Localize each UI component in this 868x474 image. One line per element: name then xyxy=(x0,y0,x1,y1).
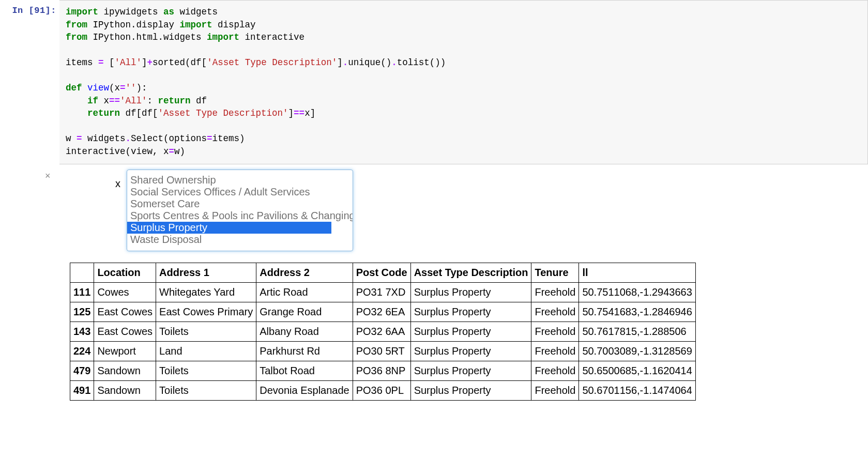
select-option[interactable]: Social Services Offices / Adult Services xyxy=(127,186,353,198)
table-cell: Surplus Property xyxy=(410,381,531,401)
table-cell: Surplus Property xyxy=(410,322,531,342)
select-option[interactable]: Surplus Property xyxy=(127,222,331,234)
table-cell: Artic Road xyxy=(256,283,353,302)
select-widget: x SchoolsShared OwnershipSocial Services… xyxy=(65,170,863,251)
table-cell: Surplus Property xyxy=(410,361,531,381)
row-index: 479 xyxy=(70,361,94,381)
column-header: ll xyxy=(579,263,695,283)
table-cell: Toilets xyxy=(156,322,256,342)
row-index: 491 xyxy=(70,381,94,401)
row-index: 125 xyxy=(70,302,94,322)
table-row: 224NewportLandParkhurst RdPO30 5RTSurplu… xyxy=(70,342,696,361)
table-row: 143East CowesToiletsAlbany RoadPO32 6AAS… xyxy=(70,322,696,342)
table-cell: Cowes xyxy=(94,283,156,302)
table-cell: 50.6500685,-1.1620414 xyxy=(579,361,695,381)
table-cell: East Cowes Primary xyxy=(156,302,256,322)
table-cell: PO36 8NP xyxy=(353,361,410,381)
table-cell: Freehold xyxy=(531,302,579,322)
table-cell: Sandown xyxy=(94,361,156,381)
table-cell: Newport xyxy=(94,342,156,361)
table-cell: Parkhurst Rd xyxy=(256,342,353,361)
table-cell: 50.7541683,-1.2846946 xyxy=(579,302,695,322)
table-cell: Surplus Property xyxy=(410,342,531,361)
table-cell: Freehold xyxy=(531,342,579,361)
table-cell: 50.6701156,-1.1474064 xyxy=(579,381,695,401)
in-prompt-text: In [91]: xyxy=(12,6,56,16)
close-icon[interactable]: × xyxy=(45,171,51,181)
select-option[interactable]: Waste Disposal xyxy=(127,234,353,246)
table-cell: Land xyxy=(156,342,256,361)
row-index: 143 xyxy=(70,322,94,342)
code-editor[interactable]: import ipywidgets as widgets from IPytho… xyxy=(59,0,868,164)
table-cell: Talbot Road xyxy=(256,361,353,381)
select-option[interactable]: Shared Ownership xyxy=(127,174,353,186)
select-option[interactable]: Somerset Care xyxy=(127,198,353,210)
table-cell: 50.7617815,-1.288506 xyxy=(579,322,695,342)
table-cell: East Cowes xyxy=(94,302,156,322)
table-row: 111CowesWhitegates YardArtic RoadPO31 7X… xyxy=(70,283,696,302)
table-cell: East Cowes xyxy=(94,322,156,342)
table-row: 125East CowesEast Cowes PrimaryGrange Ro… xyxy=(70,302,696,322)
table-cell: Toilets xyxy=(156,381,256,401)
table-cell: PO30 5RT xyxy=(353,342,410,361)
table-cell: Surplus Property xyxy=(410,283,531,302)
table-cell: Freehold xyxy=(531,361,579,381)
table-cell: Sandown xyxy=(94,381,156,401)
dataframe-table: LocationAddress 1Address 2Post CodeAsset… xyxy=(70,263,696,401)
row-index: 111 xyxy=(70,283,94,302)
table-cell: Whitegates Yard xyxy=(156,283,256,302)
column-header: Post Code xyxy=(353,263,410,283)
table-cell: 50.7511068,-1.2943663 xyxy=(579,283,695,302)
table-cell: Albany Road xyxy=(256,322,353,342)
table-cell: PO36 0PL xyxy=(353,381,410,401)
row-index: 224 xyxy=(70,342,94,361)
table-cell: Freehold xyxy=(531,381,579,401)
column-header: Address 1 xyxy=(156,263,256,283)
table-cell: PO32 6EA xyxy=(353,302,410,322)
output-area: × x SchoolsShared OwnershipSocial Servic… xyxy=(59,164,868,406)
table-header-row: LocationAddress 1Address 2Post CodeAsset… xyxy=(70,263,696,283)
column-header: Tenure xyxy=(531,263,579,283)
code-cell: In [91]: import ipywidgets as widgets fr… xyxy=(0,0,868,164)
table-row: 491SandownToiletsDevonia EsplanadePO36 0… xyxy=(70,381,696,401)
table-cell: Freehold xyxy=(531,283,579,302)
table-cell: PO31 7XD xyxy=(353,283,410,302)
column-header xyxy=(70,263,94,283)
table-row: 479SandownToiletsTalbot RoadPO36 8NPSurp… xyxy=(70,361,696,381)
table-cell: 50.7003089,-1.3128569 xyxy=(579,342,695,361)
table-cell: Freehold xyxy=(531,322,579,342)
column-header: Asset Type Description xyxy=(410,263,531,283)
table-cell: Grange Road xyxy=(256,302,353,322)
table-cell: Devonia Esplanade xyxy=(256,381,353,401)
table-cell: PO32 6AA xyxy=(353,322,410,342)
column-header: Location xyxy=(94,263,156,283)
widget-label: x xyxy=(65,170,127,190)
table-cell: Toilets xyxy=(156,361,256,381)
table-cell: Surplus Property xyxy=(410,302,531,322)
table-body: 111CowesWhitegates YardArtic RoadPO31 7X… xyxy=(70,283,696,401)
column-header: Address 2 xyxy=(256,263,353,283)
select-option[interactable]: Sports Centres & Pools inc Pavilions & C… xyxy=(127,210,353,222)
select-listbox[interactable]: SchoolsShared OwnershipSocial Services O… xyxy=(127,170,353,251)
input-prompt: In [91]: xyxy=(0,0,59,16)
